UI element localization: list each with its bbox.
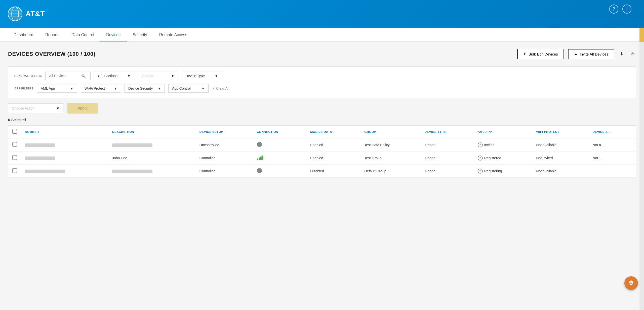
search-icon: 🔍 [81,74,86,78]
scrollbar-track[interactable] [639,0,644,310]
bulk-edit-button[interactable]: ⬆ Bulk Edit Devices [517,49,564,59]
connections-filter[interactable]: Connections ▼ [94,72,134,80]
table-row: Controlled Disabled Default Group iPhone… [8,165,636,178]
col-wifi-protect: WIFI PROTECT [532,126,588,138]
chevron-down-icon: ▼ [70,86,73,90]
header-logo: AT&T [8,6,45,21]
chevron-down-icon: ▼ [127,74,131,78]
device-security-filter[interactable]: Device Security ▼ [125,84,165,93]
invite-all-button[interactable]: ► Invite All Devices [568,49,614,59]
header-actions: ⬆ Bulk Edit Devices ► Invite All Devices… [517,49,636,59]
blurred-description [112,170,152,173]
select-all-header[interactable] [8,126,21,138]
search-filter[interactable]: 🔍 [45,72,91,80]
row-checkbox[interactable] [12,155,17,160]
wifi-protect-select[interactable]: Wi-Fi Protect [85,86,112,90]
table-header: NUMBER DESCRIPTION DEVICE SETUP CONNECTI… [8,126,636,138]
cell-mobile-data: Enabled [306,151,360,165]
cell-mobile-data: Disabled [306,165,360,178]
groups-select[interactable]: Groups [142,74,169,78]
cell-device-setup: Controlled [195,151,253,165]
aml-app-select[interactable]: AML App [41,86,68,90]
groups-filter[interactable]: Groups ▼ [138,72,178,80]
bar2 [259,158,260,160]
device-security-select[interactable]: Device Security [128,86,155,90]
nav-dashboard[interactable]: Dashboard [8,29,39,41]
app-control-select[interactable]: App Control [172,86,199,90]
apply-button[interactable]: Apply [67,103,98,114]
svg-rect-15 [632,281,634,281]
nav-remote-access[interactable]: Remote Access [153,29,193,41]
cell-device-type: iPhone [420,138,473,151]
cell-device-s: Not... [588,151,636,165]
aml-status-text: Registered [484,156,501,160]
svg-point-12 [630,282,631,283]
brand-name: AT&T [26,10,45,18]
row-checkbox-cell[interactable] [8,151,21,165]
nav-reports[interactable]: Reports [39,29,65,41]
bar1 [257,159,258,160]
cell-wifi-protect: Not available [532,165,588,178]
help-button[interactable]: ? [609,5,618,14]
user-button[interactable]: 👤 [622,5,631,14]
col-number: NUMBER [21,126,108,138]
cell-aml-app: ? Invited [474,138,532,151]
col-group: GROUP [360,126,420,138]
nav-data-control[interactable]: Data Control [65,29,100,41]
att-globe-icon [8,6,23,21]
chevron-down-icon: ▼ [215,74,218,78]
cell-device-setup: Controlled [195,165,253,178]
download-icon[interactable]: ⬇ [618,50,625,58]
cell-description: John Doe [108,151,195,165]
row-checkbox-cell[interactable] [8,138,21,151]
blurred-number [25,170,65,173]
aml-app-filter[interactable]: AML App ▼ [37,84,77,93]
cell-number [21,138,108,151]
search-input[interactable] [49,74,79,78]
app-control-filter[interactable]: App Control ▼ [168,84,209,93]
cell-device-type: iPhone [420,151,473,165]
select-all-checkbox[interactable] [12,129,17,134]
selected-label: Selected [11,118,26,122]
filters-section: GENERAL FILTERS 🔍 Connections ▼ Groups ▼… [8,66,636,98]
device-type-filter[interactable]: Device Type ▼ [182,72,222,80]
row-checkbox-cell[interactable] [8,165,21,178]
choose-action-select[interactable]: Choose Action [12,106,56,110]
aml-status-text: Invited [484,143,495,147]
device-type-select[interactable]: Device Type [185,74,213,78]
aml-status: ? Registering [478,169,528,174]
selected-number: 0 [8,118,10,122]
page-header-row: DEVICES OVERVIEW (100 / 100) ⬆ Bulk Edit… [8,49,636,59]
choose-action-wrapper[interactable]: Choose Action ▼ [8,104,63,113]
blurred-number [25,143,55,147]
chatbot-button[interactable] [624,276,638,290]
wifi-protect-filter[interactable]: Wi-Fi Protect ▼ [81,84,121,93]
connections-select[interactable]: Connections [98,74,125,78]
cell-connection [253,151,306,165]
cell-connection [253,165,306,178]
navigation-bar: Dashboard Reports Data Control Devices S… [0,28,644,42]
row-checkbox[interactable] [12,168,17,173]
cell-aml-app: ? Registered [474,151,532,165]
chevron-down-icon: ▼ [201,86,205,90]
cell-description [108,165,195,178]
row-checkbox[interactable] [12,142,17,147]
send-icon: ► [574,52,578,56]
cell-aml-app: ? Registering [474,165,532,178]
col-device-s: DEVICE S... [588,126,636,138]
clear-all-button[interactable]: ✓ Clear All [212,86,229,90]
nav-security[interactable]: Security [127,29,153,41]
refresh-icon[interactable]: ⟳ [629,50,636,58]
nav-devices[interactable]: Devices [100,29,127,41]
table-row: Uncontrolled Enabled Test Data Policy iP… [8,138,636,151]
svg-rect-14 [629,281,630,281]
blurred-number [25,157,55,160]
cell-connection [253,138,306,151]
cell-number [21,151,108,165]
aml-status: ? Invited [478,142,528,147]
cell-device-setup: Uncontrolled [195,138,253,151]
table-body: Uncontrolled Enabled Test Data Policy iP… [8,138,636,178]
aml-status: ? Registered [478,156,528,161]
app-filters-row: APP FILTERS AML App ▼ Wi-Fi Protect ▼ De… [14,84,630,93]
cell-description [108,138,195,151]
